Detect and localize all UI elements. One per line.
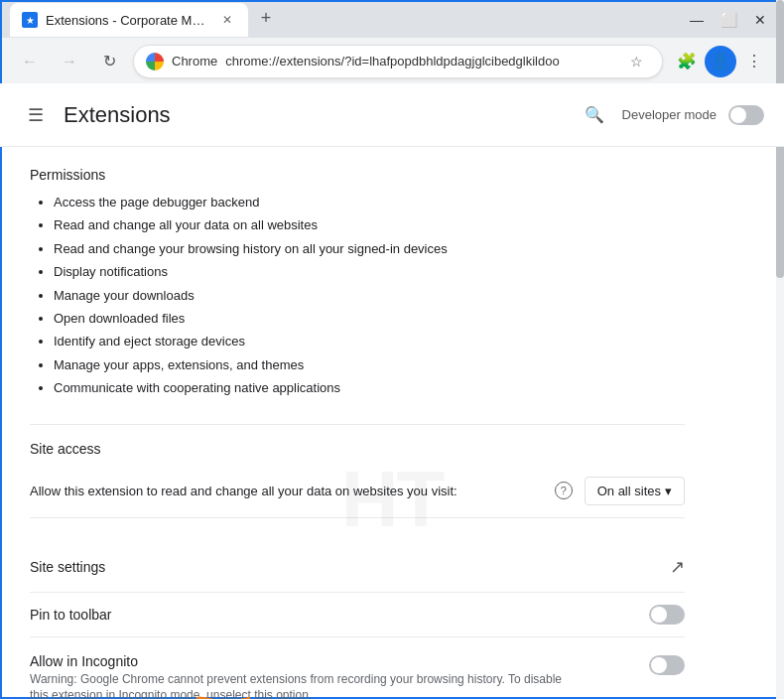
extensions-page: ☰ Extensions 🔍 Developer mode HT Permiss… xyxy=(2,85,782,661)
permissions-section: Permissions Access the page debugger bac… xyxy=(30,167,685,400)
chrome-label: Chrome xyxy=(172,54,217,69)
divider xyxy=(30,424,685,425)
site-access-dropdown[interactable]: On all sites ▾ xyxy=(585,477,685,505)
profile-button[interactable]: 👤 xyxy=(705,46,736,77)
header-right: 🔍 Developer mode xyxy=(579,99,764,131)
content-area: HT Permissions Access the page debugger … xyxy=(0,147,784,699)
permissions-title: Permissions xyxy=(30,167,685,183)
page-title: Extensions xyxy=(64,102,579,128)
forward-button[interactable]: → xyxy=(54,46,85,77)
list-item: Manage your apps, extensions, and themes xyxy=(54,353,685,376)
site-settings-label: Site settings xyxy=(30,559,105,575)
list-item: Access the page debugger backend xyxy=(54,191,685,213)
list-item: Display notifications xyxy=(54,260,685,283)
hamburger-menu-button[interactable]: ☰ xyxy=(20,99,52,131)
toolbar-icons: 🧩 👤 ⋮ xyxy=(671,46,770,77)
menu-button[interactable]: ⋮ xyxy=(738,46,770,77)
allow-incognito-description: Warning: Google Chrome cannot prevent ex… xyxy=(30,671,566,699)
maximize-button[interactable]: ⬜ xyxy=(715,6,742,34)
refresh-button[interactable]: ↻ xyxy=(93,46,125,77)
list-item: Communicate with cooperating native appl… xyxy=(54,376,685,399)
list-item: Manage your downloads xyxy=(54,284,685,307)
window-controls: — ⬜ ✕ xyxy=(683,6,774,34)
site-settings-row: Site settings ↗ xyxy=(30,542,685,593)
omnibox[interactable]: Chrome chrome://extensions/?id=lhafpopdb… xyxy=(133,45,663,78)
allow-incognito-label: Allow in Incognito xyxy=(30,653,637,669)
list-item: Read and change all your data on all web… xyxy=(54,213,685,236)
active-tab[interactable]: ★ Extensions - Corporate Monito... ✕ xyxy=(10,3,248,37)
tab-close-button[interactable]: ✕ xyxy=(218,11,236,29)
pin-to-toolbar-toggle[interactable] xyxy=(649,605,685,625)
title-bar: ★ Extensions - Corporate Monito... ✕ + —… xyxy=(2,2,782,38)
list-item: Read and change your browsing history on… xyxy=(54,237,685,260)
site-access-label: Allow this extension to read and change … xyxy=(30,484,543,498)
search-button[interactable]: 🔍 xyxy=(579,99,610,131)
help-icon[interactable]: ? xyxy=(555,482,573,499)
pin-to-toolbar-row: Pin to toolbar xyxy=(30,593,685,637)
developer-mode-toggle[interactable] xyxy=(728,105,764,125)
site-access-row: Allow this extension to read and change … xyxy=(30,465,685,518)
address-bar: ← → ↻ Chrome chrome://extensions/?id=lha… xyxy=(2,38,782,85)
allow-incognito-toggle[interactable] xyxy=(649,655,685,675)
content-inner: Permissions Access the page debugger bac… xyxy=(0,147,715,699)
extensions-icon[interactable]: 🧩 xyxy=(671,46,703,77)
permissions-list: Access the page debugger backend Read an… xyxy=(30,191,685,400)
dropdown-chevron-icon: ▾ xyxy=(665,484,672,498)
developer-mode-label: Developer mode xyxy=(622,107,717,122)
chrome-logo-icon xyxy=(146,53,164,70)
main-header: ☰ Extensions 🔍 Developer mode xyxy=(0,83,784,147)
external-link-icon[interactable]: ↗ xyxy=(670,556,685,578)
list-item: Open downloaded files xyxy=(54,307,685,330)
pin-to-toolbar-label: Pin to toolbar xyxy=(30,607,112,623)
url-display: chrome://extensions/?id=lhafpopdbhldpdag… xyxy=(225,54,614,69)
site-access-section: Site access Allow this extension to read… xyxy=(30,441,685,518)
list-item: Identify and eject storage devices xyxy=(54,330,685,352)
allow-incognito-group: Allow in Incognito Warning: Google Chrom… xyxy=(30,653,637,699)
back-button[interactable]: ← xyxy=(14,46,46,77)
close-button[interactable]: ✕ xyxy=(746,6,774,34)
tab-favicon: ★ xyxy=(22,12,38,28)
new-tab-button[interactable]: + xyxy=(252,4,280,32)
dropdown-value: On all sites xyxy=(597,484,661,498)
site-access-title: Site access xyxy=(30,441,685,457)
bookmark-star-icon[interactable]: ☆ xyxy=(622,48,650,75)
tab-title: Extensions - Corporate Monito... xyxy=(46,13,210,28)
minimize-button[interactable]: — xyxy=(683,6,711,34)
allow-incognito-row: Allow in Incognito Warning: Google Chrom… xyxy=(30,637,685,699)
omnibox-icons: ☆ xyxy=(622,48,650,75)
